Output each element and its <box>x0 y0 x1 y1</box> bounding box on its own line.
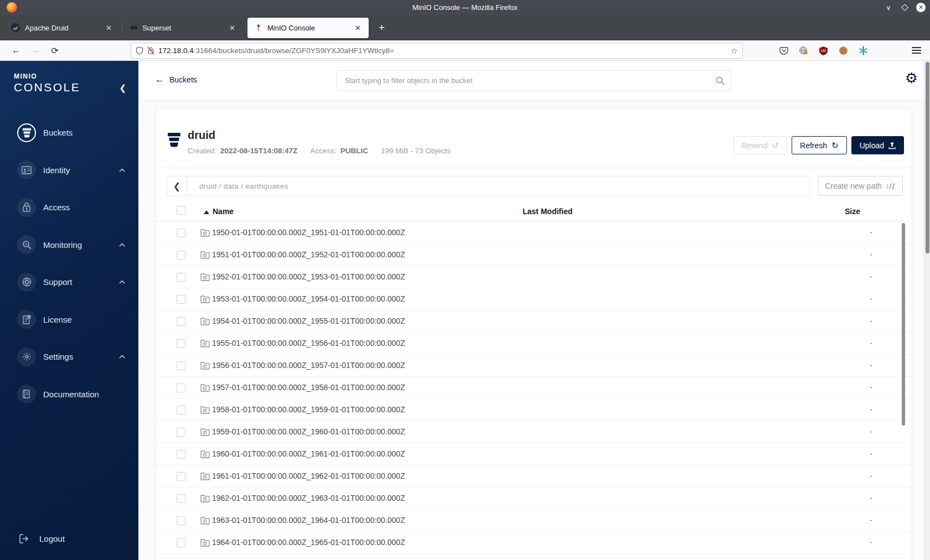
insecure-lock-icon[interactable] <box>147 46 154 55</box>
object-name[interactable]: 1951-01-01T00:00:00.000Z_1952-01-01T00:0… <box>212 250 405 259</box>
chevron-up-icon[interactable] <box>119 280 125 284</box>
row-checkbox[interactable] <box>177 450 185 459</box>
object-name[interactable]: 1953-01-01T00:00:00.000Z_1954-01-01T00:0… <box>212 294 405 303</box>
chevron-up-icon[interactable] <box>119 168 125 172</box>
table-row[interactable]: 1953-01-01T00:00:00.000Z_1954-01-01T00:0… <box>156 288 912 310</box>
forward-button[interactable]: → <box>27 45 44 56</box>
table-row[interactable]: 1962-01-01T00:00:00.000Z_1963-01-01T00:0… <box>156 488 912 510</box>
bucket-browser-card: druid Created: 2022-08-15T14:08:47Z Acce… <box>156 108 912 560</box>
row-checkbox[interactable] <box>177 317 185 326</box>
table-row[interactable]: 1956-01-01T00:00:00.000Z_1957-01-01T00:0… <box>156 355 912 377</box>
browser-toolbar: ← → ⟳ 172.18.0.4:31664/buckets/druid/bro… <box>0 40 930 61</box>
row-checkbox[interactable] <box>177 383 185 392</box>
console-settings-gear-icon[interactable]: ⚙ <box>905 71 918 85</box>
column-last-modified[interactable]: Last Modified <box>523 207 572 216</box>
reload-button[interactable]: ⟳ <box>46 45 63 56</box>
tab-apache-druid[interactable]: Apache Druid ✕ <box>4 18 120 38</box>
object-name[interactable]: 1955-01-01T00:00:00.000Z_1956-01-01T00:0… <box>212 339 405 348</box>
cookie-icon[interactable] <box>839 46 848 55</box>
row-checkbox[interactable] <box>177 361 185 370</box>
table-scrollbar[interactable] <box>902 223 905 426</box>
tab-superset[interactable]: ∞ Superset ✕ <box>124 18 243 38</box>
table-row[interactable]: 1952-01-01T00:00:00.000Z_1953-01-01T00:0… <box>156 266 912 288</box>
refresh-button[interactable]: Refresh ↻ <box>792 136 847 154</box>
menu-icon[interactable] <box>912 45 921 55</box>
object-name[interactable]: 1961-01-01T00:00:00.000Z_1962-01-01T00:0… <box>212 471 405 480</box>
sidebar-item-monitoring[interactable]: Monitoring <box>0 226 138 264</box>
object-name[interactable]: 1958-01-01T00:00:00.000Z_1959-01-01T00:0… <box>212 405 405 414</box>
row-checkbox[interactable] <box>177 472 185 481</box>
object-name[interactable]: 1959-01-01T00:00:00.000Z_1960-01-01T00:0… <box>212 427 405 436</box>
object-name[interactable]: 1964-01-01T00:00:00.000Z_1965-01-01T00:0… <box>212 538 405 547</box>
sidebar-item-identity[interactable]: Identity <box>0 152 138 189</box>
chevron-up-icon[interactable] <box>119 355 125 359</box>
row-checkbox[interactable] <box>177 229 185 237</box>
table-row[interactable]: 1954-01-01T00:00:00.000Z_1955-01-01T00:0… <box>156 310 912 333</box>
tab-close-icon[interactable]: ✕ <box>227 23 237 33</box>
sort-ascending-icon[interactable] <box>204 210 209 214</box>
table-row[interactable]: 1957-01-01T00:00:00.000Z_1958-01-01T00:0… <box>156 377 912 399</box>
row-checkbox[interactable] <box>177 494 185 503</box>
bookmark-star-icon[interactable]: ☆ <box>731 46 738 56</box>
sidebar-collapse-icon[interactable]: ❮ <box>119 83 126 93</box>
table-row[interactable]: 1955-01-01T00:00:00.000Z_1956-01-01T00:0… <box>156 333 912 355</box>
table-row[interactable]: 1950-01-01T00:00:00.000Z_1951-01-01T00:0… <box>156 222 912 244</box>
table-row[interactable]: 1959-01-01T00:00:00.000Z_1960-01-01T00:0… <box>156 421 912 443</box>
column-size[interactable]: Size <box>845 207 860 216</box>
row-checkbox[interactable] <box>177 538 185 547</box>
select-all-checkbox[interactable] <box>177 206 185 215</box>
table-row[interactable]: 1963-01-01T00:00:00.000Z_1964-01-01T00:0… <box>156 510 912 532</box>
table-row[interactable]: 1961-01-01T00:00:00.000Z_1962-01-01T00:0… <box>156 465 912 488</box>
sidebar-item-license[interactable]: License <box>0 301 138 339</box>
sidebar-item-settings[interactable]: Settings <box>0 338 138 376</box>
tracking-shield-icon[interactable] <box>136 46 143 55</box>
row-checkbox[interactable] <box>177 339 185 348</box>
create-new-path-button[interactable]: Create new path <box>818 176 903 196</box>
row-checkbox[interactable] <box>177 516 185 525</box>
path-back-chevron-icon[interactable]: ❮ <box>167 177 187 195</box>
search-input[interactable] <box>337 76 716 85</box>
tab-close-icon[interactable]: ✕ <box>353 23 363 33</box>
rewind-button[interactable]: Rewind ↺ <box>733 136 787 154</box>
back-button[interactable]: ← <box>8 45 24 56</box>
row-checkbox[interactable] <box>177 295 185 304</box>
table-row[interactable]: 1964-01-01T00:00:00.000Z_1965-01-01T00:0… <box>156 532 912 554</box>
window-close-icon[interactable]: ✕ <box>916 3 926 12</box>
tab-close-icon[interactable]: ✕ <box>104 23 114 33</box>
pocket-icon[interactable] <box>779 46 788 55</box>
chevron-up-icon[interactable] <box>119 243 125 247</box>
ublock-icon[interactable]: U0 <box>819 46 828 55</box>
asterisk-extension-icon[interactable] <box>859 46 868 55</box>
privacy-globe-icon[interactable] <box>799 46 808 55</box>
table-row[interactable]: 1960-01-01T00:00:00.000Z_1961-01-01T00:0… <box>156 443 912 465</box>
object-name[interactable]: 1962-01-01T00:00:00.000Z_1963-01-01T00:0… <box>212 494 405 502</box>
sidebar-item-logout[interactable]: Logout <box>0 523 138 553</box>
object-name[interactable]: 1954-01-01T00:00:00.000Z_1955-01-01T00:0… <box>212 317 405 325</box>
row-checkbox[interactable] <box>177 428 185 437</box>
page-scrollbar-thumb[interactable] <box>926 62 929 253</box>
object-name[interactable]: 1963-01-01T00:00:00.000Z_1964-01-01T00:0… <box>212 516 405 525</box>
row-checkbox[interactable] <box>177 273 185 282</box>
table-row[interactable]: 1951-01-01T00:00:00.000Z_1952-01-01T00:0… <box>156 244 912 266</box>
tab-minio-console[interactable]: MinIO Console ✕ <box>247 18 369 38</box>
object-name[interactable]: 1957-01-01T00:00:00.000Z_1958-01-01T00:0… <box>212 383 405 392</box>
upload-button[interactable]: Upload <box>851 136 904 154</box>
window-minimize-icon[interactable]: ∨ <box>884 3 893 12</box>
object-name[interactable]: 1956-01-01T00:00:00.000Z_1957-01-01T00:0… <box>212 361 405 370</box>
object-name[interactable]: 1950-01-01T00:00:00.000Z_1951-01-01T00:0… <box>212 228 405 237</box>
row-checkbox[interactable] <box>177 251 185 260</box>
sidebar-item-documentation[interactable]: Documentation <box>0 376 138 413</box>
object-name[interactable]: 1952-01-01T00:00:00.000Z_1953-01-01T00:0… <box>212 272 405 281</box>
object-name[interactable]: 1960-01-01T00:00:00.000Z_1961-01-01T00:0… <box>212 449 405 458</box>
sidebar-item-buckets[interactable]: Buckets <box>0 114 138 152</box>
table-row[interactable]: 1958-01-01T00:00:00.000Z_1959-01-01T00:0… <box>156 399 912 421</box>
sidebar-item-access[interactable]: Access <box>0 189 138 226</box>
url-bar[interactable]: 172.18.0.4:31664/buckets/druid/browse/ZG… <box>131 43 743 59</box>
window-maximize-icon[interactable] <box>901 4 908 11</box>
page-scrollbar[interactable] <box>924 61 930 560</box>
row-checkbox[interactable] <box>177 406 185 414</box>
back-to-buckets-link[interactable]: ← Buckets <box>155 74 197 85</box>
new-tab-button[interactable]: + <box>373 22 390 34</box>
sidebar-item-support[interactable]: Support <box>0 263 138 301</box>
column-name[interactable]: Name <box>213 207 234 216</box>
